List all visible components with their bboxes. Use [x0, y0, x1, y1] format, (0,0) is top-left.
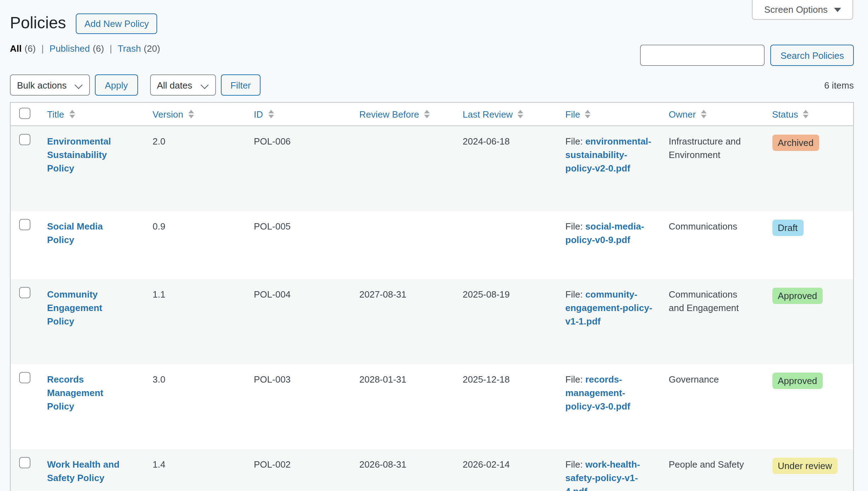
policy-title-link[interactable]: Community Engagement Policy: [47, 287, 131, 328]
file-prefix: File:: [565, 221, 583, 231]
file-prefix: File:: [565, 289, 583, 299]
policy-id-cell: POL-006: [247, 126, 352, 211]
review-before-cell: 2028-01-31: [352, 364, 456, 449]
chevron-down-icon: [834, 7, 841, 12]
sort-arrows-icon: [188, 110, 194, 118]
add-new-policy-button[interactable]: Add New Policy: [76, 13, 158, 34]
items-count: 6 items: [824, 80, 854, 90]
review-before-cell: 2027-08-31: [352, 279, 456, 364]
review-before-cell: [352, 211, 456, 279]
policy-id-cell: POL-005: [247, 211, 352, 279]
select-row-checkbox[interactable]: [19, 287, 30, 298]
owner-cell: Communications and Engagement: [669, 287, 750, 314]
policies-admin-page: Screen Options Policies Add New Policy A…: [0, 0, 868, 491]
policy-id-cell: POL-003: [247, 364, 352, 449]
policy-title-link[interactable]: Work Health and Safety Policy: [47, 457, 131, 484]
policy-id-cell: POL-002: [247, 449, 352, 491]
review-before-cell: 2026-08-31: [352, 449, 456, 491]
table-row: Environmental Sustainability Policy 2.0 …: [10, 126, 853, 211]
status-badge: Approved: [772, 287, 823, 304]
file-prefix: File:: [565, 136, 583, 147]
policies-table: Title Version ID Review Before Last Revi…: [10, 102, 854, 491]
select-row-checkbox[interactable]: [19, 219, 30, 230]
table-row: Community Engagement Policy 1.1 POL-004 …: [10, 279, 853, 364]
policy-title-link[interactable]: Social Media Policy: [47, 219, 131, 246]
sort-arrows-icon: [701, 110, 707, 118]
select-row-checkbox[interactable]: [19, 457, 30, 468]
sort-arrows-icon: [518, 110, 524, 118]
page-title: Policies: [10, 13, 66, 33]
file-prefix: File:: [565, 374, 583, 384]
owner-cell: Communications: [669, 219, 750, 233]
last-review-cell: 2025-12-18: [456, 364, 558, 449]
version-cell: 0.9: [145, 211, 247, 279]
column-header-version[interactable]: Version: [153, 109, 194, 119]
column-header-last-review[interactable]: Last Review: [463, 109, 524, 119]
select-row-checkbox[interactable]: [19, 372, 30, 383]
last-review-cell: 2025-08-19: [456, 279, 558, 364]
content-area: Policies Add New Policy All(6) | Publish…: [0, 0, 868, 491]
view-link-all[interactable]: All(6): [10, 43, 36, 54]
last-review-cell: 2026-02-14: [456, 449, 558, 491]
last-review-cell: 2024-06-18: [456, 126, 558, 211]
view-separator: |: [110, 43, 112, 54]
policy-id-cell: POL-004: [247, 279, 352, 364]
status-badge: Approved: [772, 372, 823, 389]
dates-filter-select[interactable]: All dates: [150, 74, 216, 96]
version-cell: 1.4: [145, 449, 247, 491]
version-cell: 3.0: [145, 364, 247, 449]
owner-cell: People and Safety: [669, 457, 750, 471]
view-link-published[interactable]: Published(6): [50, 43, 104, 54]
owner-cell: Infrastructure and Environment: [669, 135, 750, 162]
column-header-review-before[interactable]: Review Before: [359, 109, 430, 119]
select-all-checkbox[interactable]: [19, 107, 30, 119]
bulk-actions-select[interactable]: Bulk actions: [10, 74, 90, 96]
column-header-title[interactable]: Title: [47, 109, 75, 119]
policy-title-link[interactable]: Records Management Policy: [47, 372, 131, 413]
sort-arrows-icon: [424, 110, 430, 118]
file-cell: File: work-health-safety-policy-v1-4.pdf: [565, 457, 655, 491]
status-badge: Draft: [772, 219, 803, 236]
column-header-file[interactable]: File: [565, 109, 591, 119]
page-heading-row: Policies Add New Policy: [10, 0, 854, 34]
screen-options-button[interactable]: Screen Options: [752, 0, 853, 20]
version-cell: 1.1: [145, 279, 247, 364]
apply-button[interactable]: Apply: [95, 74, 138, 96]
select-row-checkbox[interactable]: [19, 134, 30, 145]
table-row: Records Management Policy 3.0 POL-003 20…: [10, 364, 853, 449]
sort-arrows-icon: [268, 110, 274, 118]
sort-arrows-icon: [69, 110, 75, 118]
filter-button[interactable]: Filter: [221, 74, 261, 96]
file-prefix: File:: [565, 459, 583, 469]
status-badge: Archived: [772, 135, 819, 151]
review-before-cell: [352, 126, 456, 211]
table-toolbar: Bulk actions Apply All dates Filter 6 it…: [10, 74, 854, 96]
search-form: Search Policies: [640, 45, 854, 66]
search-policies-button[interactable]: Search Policies: [771, 45, 854, 66]
file-cell: File: records-management-policy-v3-0.pdf: [565, 372, 655, 413]
status-badge: Under review: [772, 457, 838, 474]
file-cell: File: social-media-policy-v0-9.pdf: [565, 219, 655, 246]
file-cell: File: community-engagement-policy-v1-1.p…: [565, 287, 655, 328]
view-link-trash[interactable]: Trash(20): [118, 43, 160, 54]
column-header-id[interactable]: ID: [254, 109, 274, 119]
table-row: Social Media Policy 0.9 POL-005 File: so…: [10, 211, 853, 279]
column-header-status[interactable]: Status: [772, 109, 809, 119]
policies-table-body: Environmental Sustainability Policy 2.0 …: [10, 126, 853, 491]
view-separator: |: [41, 43, 44, 54]
table-header: Title Version ID Review Before Last Revi…: [10, 102, 853, 126]
last-review-cell: [456, 211, 558, 279]
screen-options-label: Screen Options: [764, 4, 828, 15]
column-header-owner[interactable]: Owner: [669, 109, 707, 119]
policy-title-link[interactable]: Environmental Sustainability Policy: [47, 135, 131, 175]
sort-arrows-icon: [803, 110, 809, 118]
version-cell: 2.0: [145, 126, 247, 211]
file-cell: File: environmental-sustainability-polic…: [565, 135, 655, 175]
sort-arrows-icon: [585, 110, 591, 118]
table-row: Work Health and Safety Policy 1.4 POL-00…: [10, 449, 853, 491]
search-input[interactable]: [640, 45, 765, 66]
owner-cell: Governance: [669, 372, 750, 386]
